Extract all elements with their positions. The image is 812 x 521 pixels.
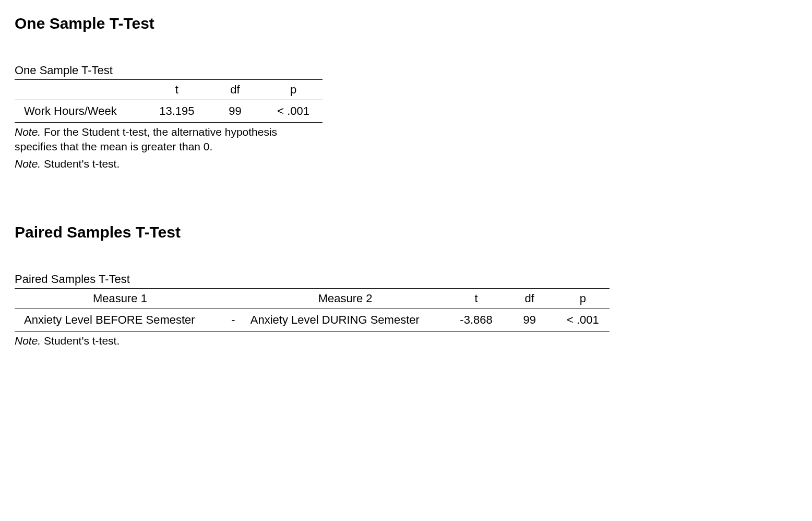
table-header-row: t df p <box>15 80 323 100</box>
header-m2: Measure 2 <box>241 289 450 309</box>
header-df: df <box>206 80 265 100</box>
one-sample-heading: One Sample T-Test <box>15 15 797 32</box>
row-m1: Anxiety Level BEFORE Semester <box>15 309 225 331</box>
paired-table-caption: Paired Samples T-Test <box>15 273 797 286</box>
one-sample-note-1: Note. For the Student t-test, the altern… <box>15 125 323 155</box>
one-sample-note-2: Note. Student's t-test. <box>15 157 797 171</box>
one-sample-section: One Sample T-Test One Sample T-Test t df… <box>15 15 797 171</box>
note-label: Note. <box>15 335 41 347</box>
header-p: p <box>556 289 610 309</box>
header-df: df <box>503 289 556 309</box>
row-p: < .001 <box>264 100 323 123</box>
header-blank <box>15 80 148 100</box>
note-text: Student's t-test. <box>41 158 120 170</box>
row-t: 13.195 <box>148 100 206 123</box>
note-label: Note. <box>15 158 41 170</box>
row-df: 99 <box>206 100 265 123</box>
row-dash: - <box>225 309 241 331</box>
table-row: Work Hours/Week 13.195 99 < .001 <box>15 100 323 123</box>
paired-note: Note. Student's t-test. <box>15 334 797 348</box>
header-m1: Measure 1 <box>15 289 225 309</box>
table-row: Anxiety Level BEFORE Semester - Anxiety … <box>15 309 610 331</box>
row-df: 99 <box>503 309 556 331</box>
header-dash <box>225 289 241 309</box>
header-t: t <box>449 289 503 309</box>
table-header-row: Measure 1 Measure 2 t df p <box>15 289 610 309</box>
one-sample-table-caption: One Sample T-Test <box>15 64 797 77</box>
row-m2: Anxiety Level DURING Semester <box>241 309 450 331</box>
row-label: Work Hours/Week <box>15 100 148 123</box>
note-text: Student's t-test. <box>41 335 120 347</box>
paired-table: Measure 1 Measure 2 t df p Anxiety Level… <box>15 288 610 331</box>
header-p: p <box>264 80 323 100</box>
paired-section: Paired Samples T-Test Paired Samples T-T… <box>15 223 797 348</box>
note-text: For the Student t-test, the alternative … <box>15 126 277 152</box>
row-p: < .001 <box>556 309 610 331</box>
row-t: -3.868 <box>449 309 503 331</box>
one-sample-table: t df p Work Hours/Week 13.195 99 < .001 <box>15 79 323 123</box>
paired-heading: Paired Samples T-Test <box>15 223 797 241</box>
header-t: t <box>148 80 206 100</box>
note-label: Note. <box>15 126 41 138</box>
